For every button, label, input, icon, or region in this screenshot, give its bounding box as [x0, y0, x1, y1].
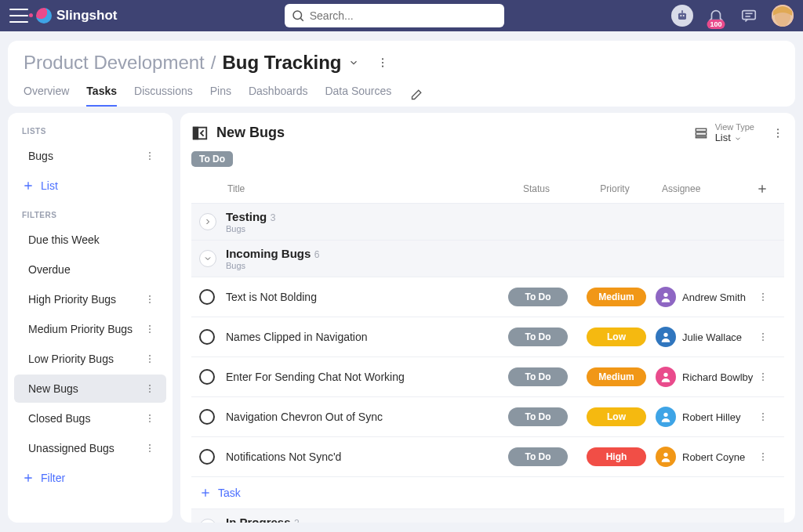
assignee[interactable]: Robert Coyne — [656, 447, 758, 467]
svg-point-60 — [663, 413, 667, 417]
priority-badge[interactable]: High — [587, 447, 646, 466]
status-badge[interactable]: To Do — [508, 367, 568, 386]
priority-badge[interactable]: Low — [587, 407, 646, 426]
chat-icon[interactable] — [739, 5, 759, 26]
section-header[interactable]: In Progress 2 Bugs — [191, 508, 784, 523]
more-icon[interactable] — [144, 383, 155, 394]
task-checkbox[interactable] — [199, 289, 215, 305]
view-type-selector[interactable]: View Type List — [693, 122, 784, 143]
assignee[interactable]: Andrew Smith — [656, 287, 758, 307]
more-icon — [758, 451, 768, 462]
sidebar-filter-item[interactable]: Overdue — [14, 255, 166, 284]
task-checkbox[interactable] — [199, 409, 215, 425]
sidebar-list-bugs[interactable]: Bugs — [14, 142, 166, 170]
tab-overview[interactable]: Overview — [24, 85, 69, 107]
status-badge[interactable]: To Do — [508, 328, 568, 346]
sidebar-filter-item[interactable]: Medium Priority Bugs — [14, 315, 166, 343]
chevron-down-icon[interactable] — [348, 57, 359, 68]
sidebar-filter-item[interactable]: Closed Bugs — [14, 404, 166, 432]
svg-point-35 — [149, 451, 151, 452]
add-task-button[interactable]: Task — [191, 476, 784, 508]
more-icon[interactable] — [144, 413, 155, 424]
assignee[interactable]: Robert Hilley — [656, 407, 758, 427]
notification-count: 100 — [707, 20, 725, 29]
tab-discussions[interactable]: Discussions — [134, 85, 193, 107]
svg-point-66 — [762, 456, 764, 458]
tab-data-sources[interactable]: Data Sources — [325, 85, 391, 107]
svg-point-54 — [762, 336, 764, 338]
task-row[interactable]: Text is Not Bolding To Do Medium Andrew … — [191, 277, 784, 317]
panels: LISTS Bugs List FILTERS Due this WeekOve… — [8, 113, 795, 523]
task-row[interactable]: Notifications Not Sync'd To Do High Robe… — [191, 436, 784, 476]
user-avatar[interactable] — [772, 5, 794, 27]
svg-point-59 — [762, 379, 764, 381]
main-title: New Bugs — [216, 125, 285, 141]
task-more-button[interactable] — [758, 451, 776, 462]
chevron-icon — [203, 217, 213, 226]
main-more-icon[interactable] — [772, 127, 784, 139]
add-list-button[interactable]: List — [8, 172, 173, 200]
app-logo[interactable]: Slingshot — [36, 8, 117, 24]
task-checkbox[interactable] — [199, 369, 215, 385]
page-more-icon[interactable] — [375, 55, 391, 71]
sidebar-filter-item[interactable]: New Bugs — [14, 375, 166, 403]
tab-pins[interactable]: Pins — [210, 85, 231, 107]
more-icon[interactable] — [144, 150, 155, 161]
more-icon — [758, 411, 768, 422]
section-sub: Bugs — [226, 261, 319, 270]
assignee[interactable]: Julie Wallace — [656, 327, 758, 347]
task-row[interactable]: Navigation Chevron Out of Sync To Do Low… — [191, 396, 784, 436]
svg-rect-6 — [743, 11, 756, 20]
notifications-icon[interactable]: 100 — [706, 5, 726, 26]
section-toggle[interactable] — [199, 519, 216, 523]
more-icon[interactable] — [144, 324, 155, 335]
col-assignee: Assignee — [654, 183, 756, 194]
sidebar-filter-item[interactable]: High Priority Bugs — [14, 285, 166, 313]
search-input[interactable] — [285, 4, 504, 27]
task-checkbox[interactable] — [199, 329, 215, 345]
priority-badge[interactable]: Medium — [587, 288, 646, 306]
task-more-button[interactable] — [758, 411, 776, 422]
priority-badge[interactable]: Medium — [587, 367, 646, 386]
tab-dashboards[interactable]: Dashboards — [249, 85, 308, 107]
task-more-button[interactable] — [758, 371, 776, 382]
add-column-button[interactable] — [756, 183, 779, 195]
section-header[interactable]: Testing 3 Bugs — [191, 203, 784, 240]
tab-tasks[interactable]: Tasks — [86, 85, 117, 107]
sidebar-item-label: New Bugs — [28, 382, 78, 395]
svg-point-10 — [381, 58, 383, 60]
logo-icon — [36, 8, 52, 24]
assistant-avatar[interactable] — [671, 5, 693, 27]
stage-pill[interactable]: To Do — [191, 151, 233, 167]
more-icon[interactable] — [144, 443, 155, 454]
add-filter-button[interactable]: Filter — [8, 464, 173, 492]
sidebar-filter-item[interactable]: Unassigned Bugs — [14, 434, 166, 462]
section-toggle[interactable] — [199, 250, 216, 267]
svg-point-45 — [777, 136, 779, 137]
status-badge[interactable]: To Do — [508, 407, 568, 426]
status-badge[interactable]: To Do — [508, 288, 568, 306]
task-row[interactable]: Enter For Sending Chat Not Working To Do… — [191, 356, 784, 396]
task-more-button[interactable] — [758, 331, 776, 342]
task-more-button[interactable] — [758, 291, 776, 302]
task-checkbox[interactable] — [199, 449, 215, 465]
header-right: 100 — [671, 5, 794, 27]
more-icon[interactable] — [144, 353, 155, 364]
sidebar-filter-item[interactable]: Low Priority Bugs — [14, 345, 166, 373]
edit-tabs-icon[interactable] — [409, 89, 423, 103]
svg-rect-41 — [696, 132, 706, 135]
col-status: Status — [497, 183, 576, 194]
section-header[interactable]: Incoming Bugs 6 Bugs — [191, 240, 784, 277]
status-badge[interactable]: To Do — [508, 447, 568, 466]
menu-icon[interactable] — [9, 9, 28, 23]
priority-badge[interactable]: Low — [587, 328, 646, 346]
more-icon — [758, 331, 768, 342]
assignee[interactable]: Richard Bowlby — [656, 367, 758, 387]
sidebar-filter-item[interactable]: Due this Week — [14, 226, 166, 254]
breadcrumb-parent[interactable]: Product Development — [24, 52, 205, 74]
more-icon[interactable] — [144, 294, 155, 305]
column-headers: Title Status Priority Assignee — [191, 167, 784, 203]
collapse-panel-icon[interactable] — [191, 125, 209, 142]
section-toggle[interactable] — [199, 213, 216, 230]
task-row[interactable]: Names Clipped in Navigation To Do Low Ju… — [191, 317, 784, 356]
